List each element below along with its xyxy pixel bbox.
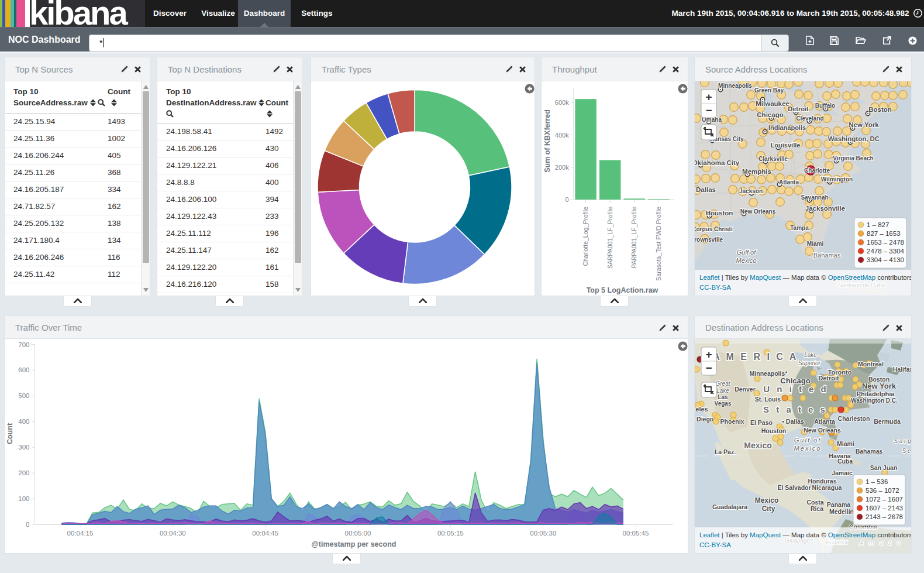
svg-text:City: City — [762, 505, 775, 513]
svg-text:Louisville: Louisville — [771, 142, 801, 149]
svg-text:Buffalo: Buffalo — [815, 102, 835, 109]
svg-text:500: 500 — [18, 392, 29, 399]
svg-text:200k: 200k — [555, 164, 569, 171]
svg-text:600k: 600k — [555, 99, 569, 106]
svg-text:00:04:30: 00:04:30 — [160, 530, 186, 537]
svg-text:Atlanta: Atlanta — [779, 179, 799, 186]
svg-text:600: 600 — [18, 366, 29, 373]
svg-text:Las: Las — [718, 394, 728, 400]
svg-text:0: 0 — [566, 196, 569, 203]
svg-text:Denver: Denver — [735, 386, 756, 393]
svg-text:Oklahoma City: Oklahoma City — [695, 159, 740, 166]
svg-text:Miami: Miami — [837, 440, 854, 447]
svg-text:S t a t e s: S t a t e s — [763, 404, 828, 414]
svg-text:Vegas: Vegas — [715, 400, 732, 407]
svg-text:U n i t e d: U n i t e d — [763, 384, 829, 394]
svg-text:n Diego: n Diego — [695, 416, 713, 423]
svg-text:Lake: Lake — [804, 352, 817, 358]
svg-text:Sum of KBXferred: Sum of KBXferred — [543, 109, 551, 173]
svg-text:00:05:30: 00:05:30 — [530, 530, 556, 537]
svg-text:Count: Count — [6, 423, 14, 444]
svg-text:Savannah: Savannah — [801, 194, 828, 201]
svg-text:1 – 827: 1 – 827 — [867, 221, 889, 228]
svg-text:−: − — [705, 362, 712, 374]
svg-text:Charlotte_Log_Profile: Charlotte_Log_Profile — [582, 207, 589, 266]
svg-text:Minneapolis: Minneapolis — [718, 83, 752, 89]
svg-text:Memphis: Memphis — [742, 168, 771, 175]
svg-text:La Paz.: La Paz. — [715, 448, 736, 455]
svg-text:• Dallas: • Dallas — [782, 418, 804, 425]
svg-text:Superior: Superior — [798, 360, 820, 366]
svg-text:Indianapolis: Indianapolis — [768, 124, 806, 131]
svg-text:S e: S e — [902, 448, 911, 454]
svg-text:Miami: Miami — [807, 241, 824, 247]
svg-text:Lake: Lake — [716, 387, 729, 394]
svg-text:+: + — [705, 91, 712, 103]
svg-text:New Orleans: New Orleans — [740, 208, 776, 215]
svg-text:400k: 400k — [555, 132, 569, 139]
svg-text:Cleveland: Cleveland — [796, 115, 823, 122]
svg-text:00:05:45: 00:05:45 — [623, 530, 649, 537]
svg-text:Dallas: Dallas — [696, 186, 716, 193]
svg-text:1 – 536: 1 – 536 — [866, 478, 888, 485]
svg-text:Rica: Rica — [811, 505, 823, 512]
svg-text:Detroit: Detroit — [788, 105, 809, 112]
svg-text:00:05:00: 00:05:00 — [345, 530, 371, 537]
svg-text:CC-BY-SA: CC-BY-SA — [699, 541, 731, 548]
svg-text:Great: Great — [715, 380, 730, 387]
svg-text:700: 700 — [18, 341, 29, 348]
svg-text:400: 400 — [18, 418, 29, 425]
svg-text:100: 100 — [18, 495, 29, 502]
svg-text:New York: New York — [849, 121, 879, 128]
svg-text:San Juan: San Juan — [870, 464, 898, 471]
svg-text:Leaflet | Tiles by MapQuest —: Leaflet | Tiles by MapQuest — Map data ©… — [699, 531, 911, 538]
svg-text:SARPA001_LF_Profile: SARPA001_LF_Profile — [606, 207, 613, 269]
svg-text:Charlotte: Charlotte — [804, 167, 830, 174]
svg-text:1072 – 1607: 1072 – 1607 — [866, 496, 903, 503]
svg-text:Guadalajara: Guadalajara — [712, 503, 747, 510]
svg-text:Houston: Houston — [706, 210, 733, 217]
svg-text:+: + — [705, 348, 712, 361]
svg-text:Green Bay: Green Bay — [754, 87, 784, 94]
svg-text:Jackson: Jackson — [739, 188, 763, 194]
svg-text:00:04:15: 00:04:15 — [67, 530, 94, 537]
svg-text:Chicago: Chicago — [757, 111, 783, 118]
svg-text:Houston: Houston — [761, 427, 787, 434]
svg-text:Virginia Beach: Virginia Beach — [833, 155, 873, 162]
svg-text:Washington, DC: Washington, DC — [828, 135, 880, 142]
svg-text:St. Louis: St. Louis — [755, 396, 781, 403]
svg-text:A M E R I C A: A M E R I C A — [713, 352, 798, 362]
svg-text:200: 200 — [18, 469, 29, 476]
svg-text:El Salvador: El Salvador — [777, 484, 811, 491]
svg-text:Bahamas: Bahamas — [856, 448, 883, 455]
svg-text:eles: eles — [695, 406, 708, 413]
svg-text:Panama: Panama — [827, 501, 850, 508]
svg-text:Nicaragua: Nicaragua — [812, 484, 842, 491]
svg-text:1607 – 2143: 1607 – 2143 — [866, 505, 903, 512]
svg-text:Phoenix: Phoenix — [720, 418, 744, 425]
svg-text:1653 – 2478: 1653 – 2478 — [867, 239, 904, 246]
svg-text:Philadelphia: Philadelphia — [857, 390, 895, 397]
svg-text:0: 0 — [26, 521, 29, 528]
svg-text:Mexico: Mexico — [794, 445, 822, 452]
svg-text:Top 5 LogAction.raw: Top 5 LogAction.raw — [587, 286, 658, 294]
svg-text:Bahamas: Bahamas — [813, 252, 841, 259]
svg-text:Medellín: Medellín — [829, 508, 854, 515]
svg-text:Gulf of: Gulf of — [794, 437, 821, 444]
svg-text:Corpus Christi: Corpus Christi — [695, 226, 733, 232]
svg-text:Leaflet | Tiles by MapQuest —: Leaflet | Tiles by MapQuest — Map data ©… — [699, 274, 911, 281]
svg-text:S a r g: S a r g — [894, 438, 911, 444]
svg-text:−: − — [705, 104, 712, 116]
svg-text:New York: New York — [862, 382, 897, 390]
svg-text:Brownsville: Brownsville — [695, 236, 723, 243]
svg-text:2143 – 2678: 2143 – 2678 — [866, 513, 903, 520]
svg-text:Boston: Boston — [868, 106, 892, 113]
svg-text:Sarasota_Test FWD Profile: Sarasota_Test FWD Profile — [655, 207, 662, 281]
svg-text:Cuba: Cuba — [837, 458, 853, 465]
svg-text:Mexico: Mexico — [755, 496, 779, 505]
svg-text:Clarksville: Clarksville — [758, 156, 788, 162]
svg-text:Mexico: Mexico — [744, 441, 771, 450]
svg-text:00:04:45: 00:04:45 — [252, 530, 278, 537]
svg-text:El Paso: El Paso — [750, 419, 773, 426]
svg-text:3304 – 4130: 3304 – 4130 — [867, 256, 904, 263]
